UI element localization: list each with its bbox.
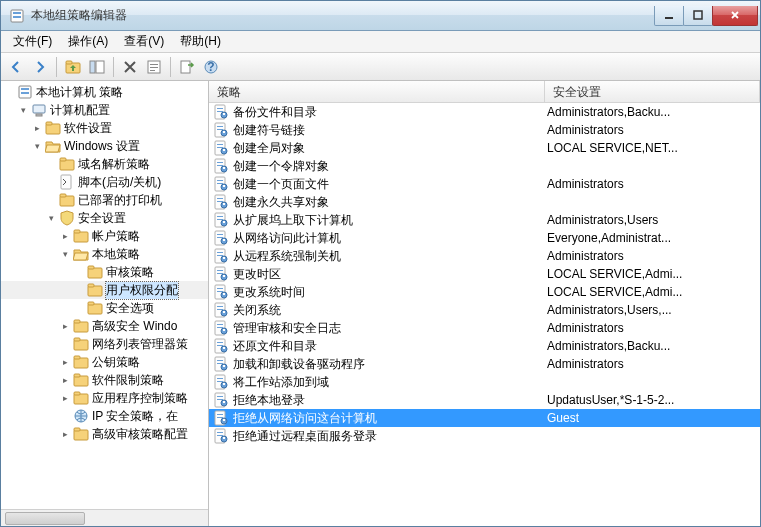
policy-tree[interactable]: 本地计算机 策略 ▾ 计算机配置: [1, 81, 208, 509]
tree-security-settings[interactable]: ▾安全设置: [1, 209, 208, 227]
forward-button[interactable]: [29, 56, 51, 78]
menu-help[interactable]: 帮助(H): [172, 31, 229, 52]
policy-row[interactable]: 创建符号链接Administrators: [209, 121, 760, 139]
chevron-right-icon[interactable]: ▸: [59, 374, 71, 386]
policy-name: 拒绝本地登录: [233, 392, 305, 409]
policy-row[interactable]: 创建全局对象LOCAL SERVICE,NET...: [209, 139, 760, 157]
menu-action[interactable]: 操作(A): [60, 31, 116, 52]
svg-rect-22: [150, 70, 155, 71]
policy-row[interactable]: 创建一个令牌对象: [209, 157, 760, 175]
policy-row[interactable]: 创建一个页面文件Administrators: [209, 175, 760, 193]
policy-row[interactable]: 更改系统时间LOCAL SERVICE,Admi...: [209, 283, 760, 301]
folder-icon: [73, 390, 89, 406]
policy-row[interactable]: 从扩展坞上取下计算机Administrators,Users: [209, 211, 760, 229]
properties-button[interactable]: [143, 56, 165, 78]
delete-button[interactable]: [119, 56, 141, 78]
tree-account-policies[interactable]: ▸帐户策略: [1, 227, 208, 245]
menu-bar: 文件(F) 操作(A) 查看(V) 帮助(H): [1, 31, 760, 53]
window-title: 本地组策略编辑器: [31, 7, 655, 24]
svg-rect-15: [665, 17, 673, 19]
export-button[interactable]: [176, 56, 198, 78]
tree-user-rights[interactable]: 用户权限分配: [1, 281, 208, 299]
column-headers[interactable]: 策略 安全设置: [209, 81, 760, 103]
tree-windows-firewall[interactable]: ▸高级安全 Windo: [1, 317, 208, 335]
tree-software-restriction[interactable]: ▸软件限制策略: [1, 371, 208, 389]
col-security-setting[interactable]: 安全设置: [545, 81, 760, 102]
tree-root[interactable]: 本地计算机 策略: [1, 83, 208, 101]
policy-row[interactable]: 从远程系统强制关机Administrators: [209, 247, 760, 265]
policy-row[interactable]: 从网络访问此计算机Everyone,Administrat...: [209, 229, 760, 247]
tree-advanced-audit[interactable]: ▸高级审核策略配置: [1, 425, 208, 443]
back-button[interactable]: [5, 56, 27, 78]
chevron-down-icon[interactable]: ▾: [31, 140, 43, 152]
tree-h-scrollbar[interactable]: [1, 509, 208, 526]
menu-view[interactable]: 查看(V): [116, 31, 172, 52]
policy-row[interactable]: 关闭系统Administrators,Users,...: [209, 301, 760, 319]
up-button[interactable]: [62, 56, 84, 78]
policy-row[interactable]: 拒绝从网络访问这台计算机Guest: [209, 409, 760, 427]
minimize-button[interactable]: [654, 6, 684, 26]
policy-icon: [213, 338, 229, 354]
folder-icon: [73, 318, 89, 334]
policy-row[interactable]: 拒绝本地登录UpdatusUser,*S-1-5-2...: [209, 391, 760, 409]
policy-icon: [213, 194, 229, 210]
policy-name: 从网络访问此计算机: [233, 230, 341, 247]
folder-icon: [87, 282, 103, 298]
chevron-right-icon[interactable]: ▸: [59, 392, 71, 404]
chevron-right-icon[interactable]: ▸: [59, 230, 71, 242]
policy-row[interactable]: 加载和卸载设备驱动程序Administrators: [209, 355, 760, 373]
chevron-down-icon[interactable]: ▾: [59, 248, 71, 260]
col-policy[interactable]: 策略: [209, 81, 545, 102]
app-icon: [9, 8, 25, 24]
tree-software-settings[interactable]: ▸ 软件设置: [1, 119, 208, 137]
chevron-right-icon[interactable]: ▸: [31, 122, 43, 134]
chevron-down-icon[interactable]: ▾: [17, 104, 29, 116]
policy-name: 创建一个页面文件: [233, 176, 329, 193]
policy-setting: Administrators: [545, 357, 760, 371]
maximize-button[interactable]: [683, 6, 713, 26]
tree-ip-security[interactable]: IP 安全策略，在: [1, 407, 208, 425]
chevron-right-icon[interactable]: ▸: [59, 320, 71, 332]
policy-row[interactable]: 创建永久共享对象: [209, 193, 760, 211]
tree-computer-config[interactable]: ▾ 计算机配置: [1, 101, 208, 119]
policy-name: 将工作站添加到域: [233, 374, 329, 391]
policy-row[interactable]: 还原文件和目录Administrators,Backu...: [209, 337, 760, 355]
show-hide-tree-button[interactable]: [86, 56, 108, 78]
tree-local-policies[interactable]: ▾本地策略: [1, 245, 208, 263]
policy-icon: [213, 266, 229, 282]
folder-icon: [87, 264, 103, 280]
help-button[interactable]: ?: [200, 56, 222, 78]
policy-row[interactable]: 备份文件和目录Administrators,Backu...: [209, 103, 760, 121]
policy-row[interactable]: 管理审核和安全日志Administrators: [209, 319, 760, 337]
chevron-right-icon[interactable]: ▸: [59, 356, 71, 368]
menu-file[interactable]: 文件(F): [5, 31, 60, 52]
policy-name: 拒绝从网络访问这台计算机: [233, 410, 377, 427]
policy-row[interactable]: 将工作站添加到域: [209, 373, 760, 391]
tree-audit-policy[interactable]: 审核策略: [1, 263, 208, 281]
close-button[interactable]: [712, 6, 758, 26]
tree-windows-settings[interactable]: ▾ Windows 设置: [1, 137, 208, 155]
policy-row[interactable]: 拒绝通过远程桌面服务登录: [209, 427, 760, 445]
tree-public-key[interactable]: ▸公钥策略: [1, 353, 208, 371]
tree-name-resolution[interactable]: 域名解析策略: [1, 155, 208, 173]
chevron-right-icon[interactable]: ▸: [59, 428, 71, 440]
policy-icon: [213, 428, 229, 444]
tree-network-list[interactable]: 网络列表管理器策: [1, 335, 208, 353]
chevron-down-icon[interactable]: ▾: [45, 212, 57, 224]
policy-setting: Administrators,Users,...: [545, 303, 760, 317]
folder-open-icon: [73, 246, 89, 262]
policy-icon: [213, 158, 229, 174]
policy-icon: [213, 374, 229, 390]
policy-setting: UpdatusUser,*S-1-5-2...: [545, 393, 760, 407]
policy-icon: [213, 356, 229, 372]
svg-rect-21: [150, 67, 158, 68]
tree-scripts[interactable]: 脚本(启动/关机): [1, 173, 208, 191]
policy-icon: [213, 284, 229, 300]
policy-setting: LOCAL SERVICE,NET...: [545, 141, 760, 155]
tree-security-options[interactable]: 安全选项: [1, 299, 208, 317]
tree-app-control[interactable]: ▸应用程序控制策略: [1, 389, 208, 407]
policy-list[interactable]: 备份文件和目录Administrators,Backu...创建符号链接Admi…: [209, 103, 760, 526]
tree-deployed-printers[interactable]: 已部署的打印机: [1, 191, 208, 209]
computer-icon: [31, 102, 47, 118]
policy-row[interactable]: 更改时区LOCAL SERVICE,Admi...: [209, 265, 760, 283]
